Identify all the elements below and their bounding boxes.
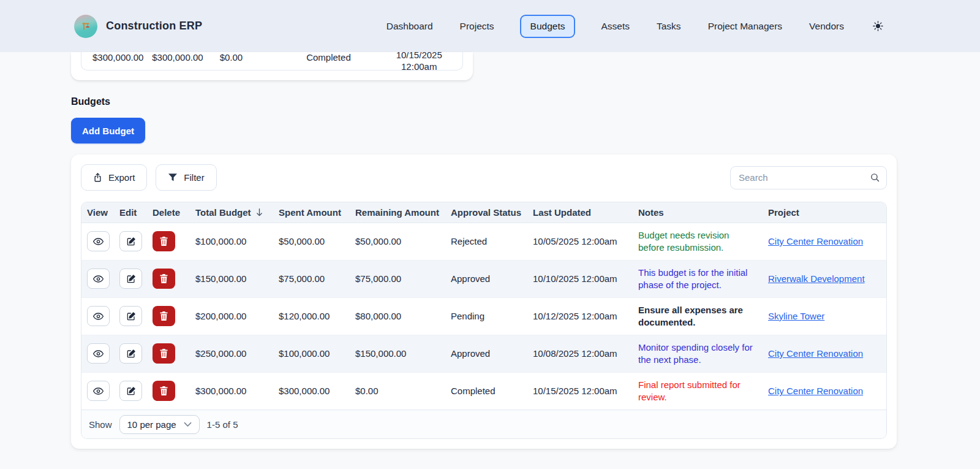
nav-item-vendors[interactable]: Vendors	[808, 18, 845, 34]
brand: Construction ERP	[74, 15, 202, 38]
nav-item-project-managers[interactable]: Project Managers	[707, 18, 783, 34]
nav-item-dashboard[interactable]: Dashboard	[385, 18, 434, 34]
header-delete: Delete	[147, 202, 190, 223]
pencil-icon	[126, 237, 136, 246]
table-row: $250,000.00 $100,000.00 $150,000.00 Appr…	[81, 335, 886, 372]
edit-button[interactable]	[119, 381, 142, 401]
edit-button[interactable]	[119, 231, 142, 251]
export-button[interactable]: Export	[81, 164, 147, 191]
header-spent-amount[interactable]: Spent Amount	[273, 202, 350, 223]
prev-approval-status: Completed	[306, 52, 375, 63]
theme-toggle-button[interactable]	[872, 20, 884, 32]
spent-amount-cell: $50,000.00	[273, 223, 350, 260]
trash-icon	[159, 273, 168, 284]
trash-icon	[159, 348, 168, 359]
results-range: 1-5 of 5	[207, 419, 238, 430]
per-page-select[interactable]: 10 per page	[119, 415, 200, 434]
view-button[interactable]	[87, 343, 110, 364]
crane-logo-icon	[74, 15, 97, 38]
spent-amount-cell: $75,000.00	[273, 260, 350, 297]
trash-icon	[159, 311, 168, 321]
header-project: Project	[763, 202, 886, 223]
prev-last-updated: 10/15/2025 12:00am	[375, 52, 462, 72]
table-row: $150,000.00 $75,000.00 $75,000.00 Approv…	[81, 260, 886, 297]
eye-icon	[92, 274, 104, 284]
search-icon	[870, 172, 880, 183]
total-budget-cell: $150,000.00	[190, 260, 273, 297]
view-button[interactable]	[87, 306, 110, 326]
search-input[interactable]	[730, 166, 887, 189]
spent-amount-cell: $120,000.00	[273, 297, 350, 335]
delete-button[interactable]	[153, 381, 175, 401]
header-total-budget[interactable]: Total Budget	[190, 202, 273, 223]
table-toolbar: Export Filter	[81, 164, 887, 191]
header-approval-status[interactable]: Approval Status	[445, 202, 527, 223]
total-budget-cell: $100,000.00	[190, 223, 273, 260]
edit-button[interactable]	[119, 306, 142, 326]
trash-icon	[159, 386, 168, 396]
header-remaining-amount[interactable]: Remaining Amount	[350, 202, 445, 223]
add-budget-button[interactable]: Add Budget	[71, 118, 145, 143]
last-updated-cell: 10/15/2025 12:00am	[527, 372, 633, 410]
project-link[interactable]: Skyline Tower	[768, 311, 824, 321]
header-view: View	[81, 202, 114, 223]
approval-status-cell: Pending	[445, 297, 527, 335]
project-link[interactable]: City Center Renovation	[768, 236, 863, 246]
pencil-icon	[126, 349, 136, 359]
note-cell: Ensure all expenses are documented.	[638, 304, 757, 329]
pencil-icon	[126, 274, 136, 284]
note-cell: This budget is for the initial phase of …	[638, 267, 757, 291]
project-link[interactable]: City Center Renovation	[768, 386, 863, 396]
project-link[interactable]: Riverwalk Development	[768, 273, 865, 284]
previous-table-card: $300,000.00 $300,000.00 $0.00 Completed …	[71, 52, 473, 80]
prev-spent-amount: $300,000.00	[152, 52, 219, 63]
remaining-amount-cell: $150,000.00	[350, 335, 445, 372]
view-button[interactable]	[87, 381, 110, 401]
last-updated-cell: 10/05/2025 12:00am	[527, 223, 633, 260]
chevron-down-icon	[184, 422, 192, 427]
nav-item-tasks[interactable]: Tasks	[655, 18, 682, 34]
pagination-bar: Show 10 per page 1-5 of 5	[81, 410, 886, 438]
pencil-icon	[126, 386, 136, 396]
budgets-table: View Edit Delete Total Budget	[81, 202, 887, 439]
delete-button[interactable]	[153, 269, 175, 289]
project-link[interactable]: City Center Renovation	[768, 348, 863, 359]
total-budget-cell: $200,000.00	[190, 297, 273, 335]
nav-item-budgets[interactable]: Budgets	[520, 15, 576, 38]
remaining-amount-cell: $75,000.00	[350, 260, 445, 297]
app-title: Construction ERP	[106, 20, 202, 32]
delete-button[interactable]	[153, 343, 175, 364]
show-label: Show	[89, 419, 112, 430]
view-button[interactable]	[87, 231, 110, 251]
spent-amount-cell: $100,000.00	[273, 335, 350, 372]
spent-amount-cell: $300,000.00	[273, 372, 350, 410]
edit-button[interactable]	[119, 343, 142, 364]
note-cell: Budget needs revision before resubmissio…	[638, 229, 757, 254]
edit-button[interactable]	[119, 269, 142, 289]
eye-icon	[92, 386, 104, 396]
note-cell: Final report submitted for review.	[638, 379, 757, 403]
approval-status-cell: Completed	[445, 372, 527, 410]
header-last-updated[interactable]: Last Updated	[527, 202, 633, 223]
previous-table-row: $300,000.00 $300,000.00 $0.00 Completed …	[81, 52, 463, 71]
table-row: $200,000.00 $120,000.00 $80,000.00 Pendi…	[81, 297, 886, 335]
sort-descending-icon	[255, 208, 263, 217]
header-edit: Edit	[114, 202, 147, 223]
view-button[interactable]	[87, 269, 110, 289]
total-budget-cell: $250,000.00	[190, 335, 273, 372]
note-cell: Monitor spending closely for the next ph…	[638, 341, 757, 366]
nav-item-assets[interactable]: Assets	[600, 18, 631, 34]
page-title: Budgets	[71, 96, 897, 107]
table-row: $300,000.00 $300,000.00 $0.00 Completed …	[81, 372, 886, 410]
delete-button[interactable]	[153, 306, 175, 326]
export-icon	[93, 172, 102, 183]
budgets-table-card: Export Filter	[71, 154, 897, 449]
header-notes: Notes	[633, 202, 763, 223]
trash-icon	[159, 236, 168, 246]
main-navigation: Dashboard Projects Budgets Assets Tasks …	[385, 15, 884, 38]
delete-button[interactable]	[153, 231, 175, 251]
eye-icon	[92, 237, 104, 246]
filter-button[interactable]: Filter	[156, 164, 216, 191]
last-updated-cell: 10/08/2025 12:00am	[527, 335, 633, 372]
nav-item-projects[interactable]: Projects	[459, 18, 496, 34]
